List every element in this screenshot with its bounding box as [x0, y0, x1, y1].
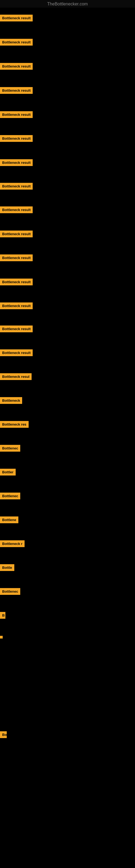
bottleneck-label: Bottleneck result: [0, 230, 33, 237]
site-title: TheBottlenecker.com: [0, 0, 135, 8]
bottleneck-label: Bottlenec: [0, 588, 20, 595]
bottleneck-label: Bottleneck result: [0, 303, 33, 309]
bottleneck-label: B: [0, 612, 5, 619]
bottleneck-label: Bottleneck result: [0, 135, 33, 142]
bottleneck-label: Bottleneck result: [0, 349, 33, 356]
bottleneck-label: Bottleneck result: [0, 254, 33, 261]
bottleneck-label: Bottleneck res: [0, 421, 29, 428]
bottleneck-label: [0, 636, 3, 639]
bottleneck-label: Bottleneck result: [0, 39, 33, 45]
bottleneck-label: Bottleneck r: [0, 540, 25, 547]
bottleneck-label: Bottleneck result: [0, 14, 33, 22]
bottleneck-label: Bottleneck result: [0, 183, 33, 190]
bottleneck-label: Bottleneck result: [0, 326, 33, 332]
bottleneck-label: Bottlene: [0, 517, 18, 523]
bottleneck-label: Bottler: [0, 469, 16, 475]
bottleneck-label: Bottlenec: [0, 445, 20, 452]
bottleneck-label: Bottleneck: [0, 397, 22, 404]
bottleneck-label: Bottleneck result: [0, 159, 33, 166]
bottleneck-label: Bottlenec: [0, 493, 20, 499]
bottleneck-label: Bottleneck result: [0, 207, 33, 213]
bottleneck-label: Bottleneck result: [0, 279, 33, 285]
bottleneck-label: Bottleneck resul: [0, 373, 32, 380]
bottleneck-label: Bottleneck result: [0, 111, 33, 118]
bottleneck-label: Bottleneck result: [0, 87, 33, 94]
bottleneck-label: Bo: [0, 731, 7, 738]
bottleneck-label: Bottleneck result: [0, 63, 33, 70]
bottleneck-label: Bottle: [0, 564, 14, 571]
